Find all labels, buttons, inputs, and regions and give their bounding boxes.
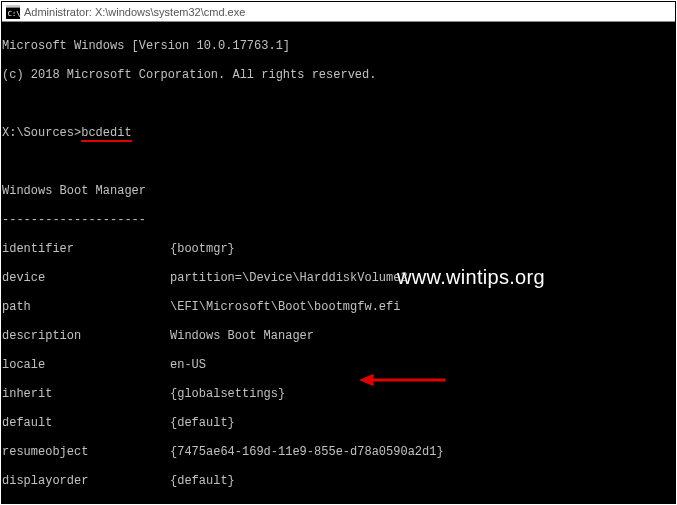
kv-key: path (2, 300, 170, 315)
section-boot-manager-title: Windows Boot Manager (2, 184, 675, 199)
blank (2, 155, 675, 170)
svg-text:C:\: C:\ (8, 9, 20, 17)
kv-value: {default} (170, 474, 235, 489)
kv-row: resumeobject{7475ae64-169d-11e9-855e-d78… (2, 445, 675, 460)
cmd-icon: C:\ (6, 5, 20, 19)
svg-rect-1 (6, 5, 20, 8)
prompt-line-1: X:\Sources>bcdedit (2, 126, 675, 141)
kv-key: locale (2, 358, 170, 373)
version-line: Microsoft Windows [Version 10.0.17763.1] (2, 39, 675, 54)
annotation-arrow-icon (357, 343, 447, 417)
kv-value: {7475ae64-169d-11e9-855e-d78a0590a2d1} (170, 445, 444, 460)
kv-value: en-US (170, 358, 206, 373)
titlebar[interactable]: C:\ Administrator: X:\windows\system32\c… (2, 2, 675, 22)
kv-key: displayorder (2, 474, 170, 489)
kv-key: default (2, 416, 170, 431)
kv-row: descriptionWindows Boot Manager (2, 329, 675, 344)
kv-value: {default} (170, 416, 235, 431)
kv-row: path\EFI\Microsoft\Boot\bootmgfw.efi (2, 300, 675, 315)
window-title: Administrator: X:\windows\system32\cmd.e… (24, 6, 245, 18)
kv-value: {globalsettings} (170, 387, 285, 402)
kv-value: partition=\Device\HarddiskVolume2 (170, 271, 408, 286)
kv-key: inherit (2, 387, 170, 402)
terminal-output[interactable]: Microsoft Windows [Version 10.0.17763.1]… (2, 22, 675, 503)
kv-key: description (2, 329, 170, 344)
kv-row: toolsdisplayorder{memdiag} (2, 503, 675, 504)
kv-row: localeen-US (2, 358, 675, 373)
kv-key: device (2, 271, 170, 286)
kv-value: Windows Boot Manager (170, 329, 314, 344)
kv-row: default{default} (2, 416, 675, 431)
kv-row: displayorder{default} (2, 474, 675, 489)
command-entered: bcdedit (81, 126, 131, 142)
kv-key: resumeobject (2, 445, 170, 460)
svg-marker-4 (359, 374, 373, 386)
copyright-line: (c) 2018 Microsoft Corporation. All righ… (2, 68, 675, 83)
kv-row: identifier{bootmgr} (2, 242, 675, 257)
prompt-prefix: X:\Sources> (2, 126, 81, 140)
kv-value: {memdiag} (170, 503, 235, 504)
kv-value: {bootmgr} (170, 242, 235, 257)
kv-key: identifier (2, 242, 170, 257)
kv-value: \EFI\Microsoft\Boot\bootmgfw.efi (170, 300, 400, 315)
kv-key: toolsdisplayorder (2, 503, 170, 504)
section-dashes: -------------------- (2, 213, 675, 228)
blank (2, 97, 675, 112)
kv-row: inherit{globalsettings} (2, 387, 675, 402)
kv-row: devicepartition=\Device\HarddiskVolume2 (2, 271, 675, 286)
window-frame: C:\ Administrator: X:\windows\system32\c… (1, 1, 676, 504)
